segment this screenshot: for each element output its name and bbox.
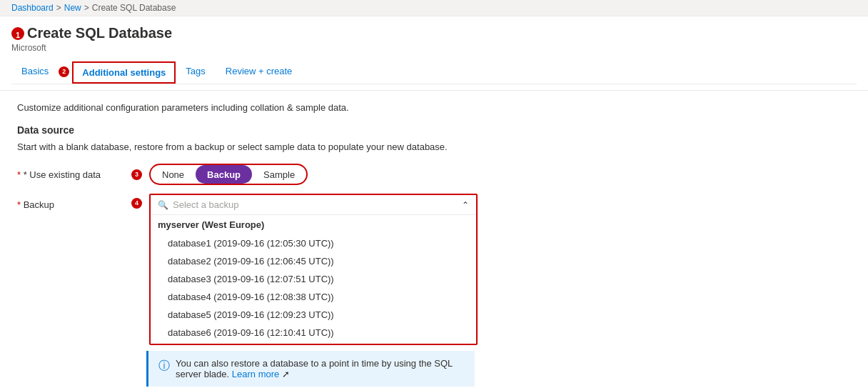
info-learn-more-link[interactable]: Learn more bbox=[232, 369, 279, 379]
data-source-desc: Start with a blank database, restore fro… bbox=[17, 141, 625, 152]
breadcrumb-new[interactable]: New bbox=[64, 3, 81, 13]
badge-4: 4 bbox=[131, 198, 142, 209]
badge-3: 3 bbox=[131, 169, 142, 180]
use-existing-data-row: * * Use existing data 3 None Backup Samp… bbox=[17, 164, 625, 185]
dropdown-group-header: myserver (West Europe) bbox=[151, 215, 476, 234]
dropdown-list[interactable]: myserver (West Europe) database1 (2019-0… bbox=[151, 215, 476, 344]
main-description: Customize additional configuration param… bbox=[17, 102, 625, 113]
backup-row: * Backup 4 🔍 Select a backup ⌃ myserver … bbox=[17, 194, 625, 387]
backup-control: 4 🔍 Select a backup ⌃ myserver (West Eur… bbox=[131, 194, 625, 387]
breadcrumb-current: Create SQL Database bbox=[92, 3, 176, 13]
badge-1: 1 bbox=[11, 27, 24, 40]
dropdown-header[interactable]: 🔍 Select a backup ⌃ bbox=[151, 195, 476, 215]
toggle-group: None Backup Sample bbox=[149, 164, 308, 185]
search-icon: 🔍 bbox=[158, 200, 168, 210]
tab-tags[interactable]: Tags bbox=[176, 60, 215, 84]
toggle-none[interactable]: None bbox=[151, 165, 196, 184]
list-item[interactable]: database6 (2019-09-16 (12:10:41 UTC)) bbox=[151, 324, 476, 342]
list-item[interactable]: database5 (2019-09-16 (12:09:23 UTC)) bbox=[151, 306, 476, 324]
list-item[interactable]: database4 (2019-09-16 (12:08:38 UTC)) bbox=[151, 288, 476, 306]
page-subtitle: Microsoft bbox=[11, 43, 857, 53]
use-existing-label: * * Use existing data bbox=[17, 164, 131, 180]
list-item[interactable]: database7 (2019-09-16 (12:11:38 UTC)) bbox=[151, 342, 476, 344]
info-box: ⓘ You can also restore a database to a p… bbox=[146, 351, 475, 387]
dropdown-placeholder: Select a backup bbox=[173, 199, 462, 210]
use-existing-control: 3 None Backup Sample bbox=[131, 164, 625, 185]
info-icon: ⓘ bbox=[158, 359, 170, 374]
toggle-backup[interactable]: Backup bbox=[196, 165, 252, 184]
page-title: Create SQL Database bbox=[27, 25, 172, 41]
breadcrumb: Dashboard > New > Create SQL Database bbox=[0, 0, 868, 16]
page-header: 1 Create SQL Database Microsoft Basics 2… bbox=[0, 16, 868, 91]
main-content: Customize additional configuration param… bbox=[0, 91, 642, 388]
tab-basics[interactable]: Basics bbox=[11, 60, 59, 84]
badge-2: 2 bbox=[59, 66, 69, 77]
data-source-title: Data source bbox=[17, 124, 625, 136]
info-text: You can also restore a database to a poi… bbox=[176, 358, 465, 379]
breadcrumb-dashboard[interactable]: Dashboard bbox=[11, 3, 54, 13]
list-item[interactable]: database3 (2019-09-16 (12:07:51 UTC)) bbox=[151, 270, 476, 288]
chevron-up-icon: ⌃ bbox=[462, 200, 469, 210]
tabs-container: Basics 2 Additional settings Tags Review… bbox=[11, 60, 857, 84]
list-item[interactable]: database1 (2019-09-16 (12:05:30 UTC)) bbox=[151, 234, 476, 252]
toggle-sample[interactable]: Sample bbox=[252, 165, 306, 184]
backup-label: * Backup bbox=[17, 194, 131, 210]
tab-review-create[interactable]: Review + create bbox=[216, 60, 303, 84]
backup-dropdown[interactable]: 🔍 Select a backup ⌃ myserver (West Europ… bbox=[149, 194, 478, 345]
tab-additional-settings[interactable]: Additional settings bbox=[72, 61, 176, 84]
list-item[interactable]: database2 (2019-09-16 (12:06:45 UTC)) bbox=[151, 252, 476, 270]
